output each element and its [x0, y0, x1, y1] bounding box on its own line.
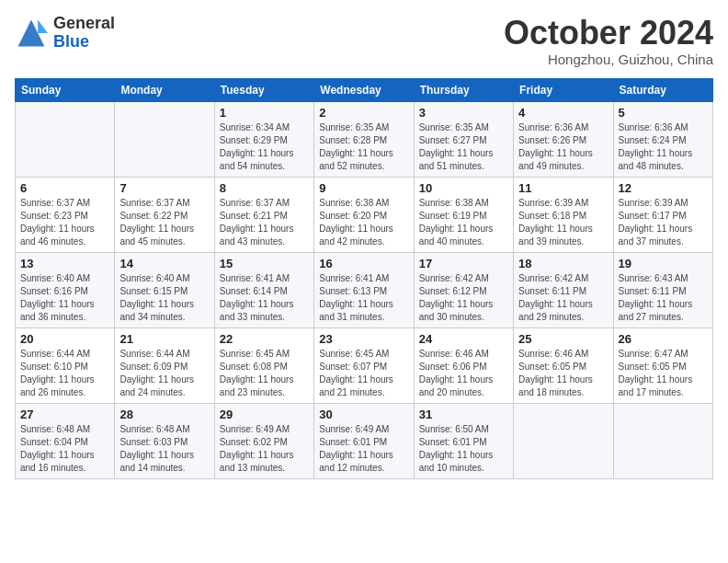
logo-general: General: [53, 15, 115, 33]
calendar-cell: [16, 101, 115, 177]
day-header-tuesday: Tuesday: [214, 78, 313, 101]
day-number: 23: [319, 332, 408, 346]
day-details: Sunrise: 6:44 AMSunset: 6:10 PMDaylight:…: [20, 348, 109, 399]
day-number: 9: [319, 181, 408, 195]
week-row-1: 1Sunrise: 6:34 AMSunset: 6:29 PMDaylight…: [16, 101, 713, 177]
day-details: Sunrise: 6:39 AMSunset: 6:17 PMDaylight:…: [619, 197, 708, 248]
calendar-cell: 20Sunrise: 6:44 AMSunset: 6:10 PMDayligh…: [16, 327, 115, 403]
week-row-2: 6Sunrise: 6:37 AMSunset: 6:23 PMDaylight…: [16, 177, 713, 252]
day-number: 5: [619, 106, 708, 120]
day-number: 25: [518, 332, 608, 346]
day-details: Sunrise: 6:46 AMSunset: 6:05 PMDaylight:…: [518, 348, 608, 399]
day-details: Sunrise: 6:42 AMSunset: 6:11 PMDaylight:…: [518, 272, 608, 324]
logo: General Blue: [15, 15, 115, 52]
calendar-cell: 13Sunrise: 6:40 AMSunset: 6:16 PMDayligh…: [16, 252, 115, 327]
day-header-saturday: Saturday: [613, 78, 712, 101]
svg-marker-1: [38, 19, 48, 32]
calendar-cell: 9Sunrise: 6:38 AMSunset: 6:20 PMDaylight…: [314, 177, 414, 252]
day-details: Sunrise: 6:35 AMSunset: 6:28 PMDaylight:…: [319, 121, 408, 173]
day-details: Sunrise: 6:47 AMSunset: 6:05 PMDaylight:…: [619, 348, 708, 399]
calendar-cell: 22Sunrise: 6:45 AMSunset: 6:08 PMDayligh…: [214, 327, 313, 403]
day-number: 21: [119, 332, 209, 346]
calendar-table: SundayMondayTuesdayWednesdayThursdayFrid…: [15, 78, 713, 479]
calendar-cell: 29Sunrise: 6:49 AMSunset: 6:02 PMDayligh…: [214, 403, 313, 478]
logo-blue: Blue: [53, 33, 115, 52]
day-details: Sunrise: 6:49 AMSunset: 6:02 PMDaylight:…: [220, 423, 309, 475]
day-details: Sunrise: 6:37 AMSunset: 6:22 PMDaylight:…: [119, 197, 209, 248]
calendar-header: SundayMondayTuesdayWednesdayThursdayFrid…: [16, 78, 713, 101]
day-number: 19: [619, 257, 708, 270]
calendar-cell: 28Sunrise: 6:48 AMSunset: 6:03 PMDayligh…: [115, 403, 214, 478]
calendar-body: 1Sunrise: 6:34 AMSunset: 6:29 PMDaylight…: [16, 101, 713, 478]
calendar-cell: [613, 403, 712, 478]
day-details: Sunrise: 6:43 AMSunset: 6:11 PMDaylight:…: [619, 272, 708, 324]
week-row-3: 13Sunrise: 6:40 AMSunset: 6:16 PMDayligh…: [16, 252, 713, 327]
day-details: Sunrise: 6:40 AMSunset: 6:16 PMDaylight:…: [20, 272, 109, 324]
day-number: 27: [20, 408, 109, 421]
calendar-cell: 12Sunrise: 6:39 AMSunset: 6:17 PMDayligh…: [613, 177, 712, 252]
day-number: 17: [419, 257, 508, 270]
day-header-monday: Monday: [115, 78, 214, 101]
day-number: 13: [20, 257, 109, 270]
day-number: 20: [20, 332, 109, 346]
day-details: Sunrise: 6:34 AMSunset: 6:29 PMDaylight:…: [220, 121, 309, 173]
day-header-wednesday: Wednesday: [314, 78, 414, 101]
day-details: Sunrise: 6:39 AMSunset: 6:18 PMDaylight:…: [518, 197, 608, 248]
day-number: 29: [220, 408, 309, 421]
day-number: 12: [619, 181, 708, 195]
logo-text: General Blue: [53, 15, 115, 52]
day-header-friday: Friday: [514, 78, 613, 101]
day-details: Sunrise: 6:45 AMSunset: 6:07 PMDaylight:…: [319, 348, 408, 399]
calendar-cell: 7Sunrise: 6:37 AMSunset: 6:22 PMDaylight…: [115, 177, 214, 252]
day-details: Sunrise: 6:41 AMSunset: 6:14 PMDaylight:…: [220, 272, 309, 324]
calendar-cell: 23Sunrise: 6:45 AMSunset: 6:07 PMDayligh…: [314, 327, 414, 403]
day-header-thursday: Thursday: [414, 78, 513, 101]
calendar-cell: 24Sunrise: 6:46 AMSunset: 6:06 PMDayligh…: [414, 327, 513, 403]
header-row: SundayMondayTuesdayWednesdayThursdayFrid…: [16, 78, 713, 101]
day-details: Sunrise: 6:40 AMSunset: 6:15 PMDaylight:…: [119, 272, 209, 324]
calendar-cell: 14Sunrise: 6:40 AMSunset: 6:15 PMDayligh…: [115, 252, 214, 327]
calendar-cell: 18Sunrise: 6:42 AMSunset: 6:11 PMDayligh…: [514, 252, 613, 327]
day-details: Sunrise: 6:37 AMSunset: 6:21 PMDaylight:…: [220, 197, 309, 248]
location-subtitle: Hongzhou, Guizhou, China: [504, 52, 713, 67]
day-number: 11: [518, 181, 608, 195]
day-number: 14: [119, 257, 209, 270]
day-details: Sunrise: 6:44 AMSunset: 6:09 PMDaylight:…: [119, 348, 209, 399]
day-details: Sunrise: 6:48 AMSunset: 6:04 PMDaylight:…: [20, 423, 109, 475]
day-details: Sunrise: 6:41 AMSunset: 6:13 PMDaylight:…: [319, 272, 408, 324]
day-details: Sunrise: 6:38 AMSunset: 6:19 PMDaylight:…: [419, 197, 508, 248]
day-number: 10: [419, 181, 508, 195]
calendar-cell: 1Sunrise: 6:34 AMSunset: 6:29 PMDaylight…: [214, 101, 313, 177]
calendar-cell: 16Sunrise: 6:41 AMSunset: 6:13 PMDayligh…: [314, 252, 414, 327]
calendar-cell: [115, 101, 214, 177]
day-details: Sunrise: 6:38 AMSunset: 6:20 PMDaylight:…: [319, 197, 408, 248]
day-number: 24: [419, 332, 508, 346]
calendar-cell: 27Sunrise: 6:48 AMSunset: 6:04 PMDayligh…: [16, 403, 115, 478]
day-number: 15: [220, 257, 309, 270]
calendar-cell: 26Sunrise: 6:47 AMSunset: 6:05 PMDayligh…: [613, 327, 712, 403]
month-title: October 2024: [504, 15, 713, 52]
day-number: 2: [319, 106, 408, 120]
week-row-4: 20Sunrise: 6:44 AMSunset: 6:10 PMDayligh…: [16, 327, 713, 403]
calendar-cell: 2Sunrise: 6:35 AMSunset: 6:28 PMDaylight…: [314, 101, 414, 177]
day-details: Sunrise: 6:36 AMSunset: 6:24 PMDaylight:…: [619, 121, 708, 173]
day-details: Sunrise: 6:42 AMSunset: 6:12 PMDaylight:…: [419, 272, 508, 324]
day-details: Sunrise: 6:49 AMSunset: 6:01 PMDaylight:…: [319, 423, 408, 475]
day-number: 4: [518, 106, 608, 120]
calendar-cell: 10Sunrise: 6:38 AMSunset: 6:19 PMDayligh…: [414, 177, 513, 252]
day-number: 8: [220, 181, 309, 195]
day-number: 18: [518, 257, 608, 270]
week-row-5: 27Sunrise: 6:48 AMSunset: 6:04 PMDayligh…: [16, 403, 713, 478]
day-details: Sunrise: 6:36 AMSunset: 6:26 PMDaylight:…: [518, 121, 608, 173]
calendar-cell: 8Sunrise: 6:37 AMSunset: 6:21 PMDaylight…: [214, 177, 313, 252]
day-number: 30: [319, 408, 408, 421]
calendar-cell: 17Sunrise: 6:42 AMSunset: 6:12 PMDayligh…: [414, 252, 513, 327]
day-header-sunday: Sunday: [16, 78, 115, 101]
day-number: 26: [619, 332, 708, 346]
page-header: General Blue October 2024 Hongzhou, Guiz…: [15, 15, 713, 67]
day-number: 16: [319, 257, 408, 270]
calendar-cell: 21Sunrise: 6:44 AMSunset: 6:09 PMDayligh…: [115, 327, 214, 403]
day-number: 28: [119, 408, 209, 421]
logo-icon: [15, 17, 48, 50]
day-number: 3: [419, 106, 508, 120]
